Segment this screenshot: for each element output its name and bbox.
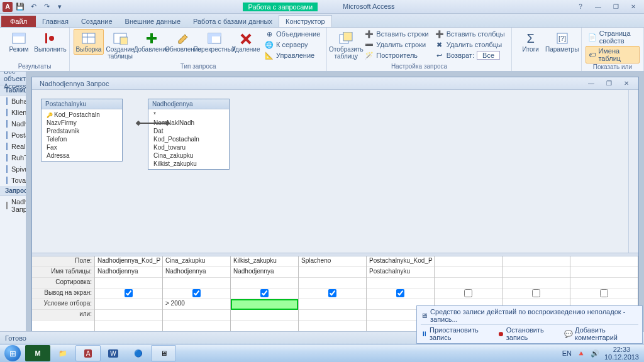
run-button[interactable]: Выполнить [35, 29, 65, 55]
relationship-line[interactable] [138, 123, 168, 124]
propsheet-button[interactable]: 📄Страница свойств [586, 29, 640, 45]
tab-external[interactable]: Внешние данные [119, 16, 187, 27]
show-checkbox[interactable] [260, 289, 269, 297]
rgroup-querytype: Выборка Создание таблицы Добавление Обно… [70, 28, 327, 71]
tray-sound-icon[interactable]: 🔊 [591, 349, 599, 358]
tray-clock[interactable]: 22:3310.12.2013 [604, 346, 639, 361]
grid-column[interactable]: Splacheno [299, 256, 367, 338]
show-checkbox[interactable] [464, 289, 472, 297]
maximize-button[interactable]: ❐ [608, 2, 624, 12]
view-button[interactable]: Режим [4, 29, 34, 55]
nav-table-item[interactable]: RuhTovary [0, 152, 26, 163]
insert-rows-button[interactable]: ➕Вставить строки [362, 29, 431, 39]
psr-comment[interactable]: 💬Добавить комментарий [564, 326, 638, 341]
totals-button[interactable]: ΣИтоги [516, 29, 546, 55]
tab-create[interactable]: Создание [75, 16, 119, 27]
table-nadhodjennya[interactable]: Nadhodjennya *NomNaklNadhDatKod_Postacha… [148, 99, 230, 170]
app-icon: A [3, 2, 13, 12]
delete-cols-button[interactable]: ✖Удалить столбцы [433, 40, 508, 50]
show-checkbox[interactable] [125, 289, 133, 297]
tb-chrome[interactable]: 🔵 [126, 345, 151, 361]
delete-query-button[interactable]: Удаление [231, 29, 261, 55]
subwin-close[interactable]: ✕ [618, 79, 635, 89]
tab-home[interactable]: Главная [36, 16, 75, 27]
show-checkbox[interactable] [532, 289, 540, 297]
taskbar: ⊞ M 📁 A W 🔵 🖥 EN 🔺 🔊 22:3310.12.2013 [0, 344, 644, 362]
diagram-scrollbar[interactable] [628, 90, 638, 253]
nav-header[interactable]: Все объекты Access⊙ « [0, 72, 26, 85]
nav-table-item[interactable]: Klienty [0, 107, 26, 118]
nav-table-item[interactable]: Postachalnyku [0, 129, 26, 141]
subwin-minimize[interactable]: — [583, 79, 599, 89]
help-icon[interactable]: ? [572, 2, 589, 12]
show-table-button[interactable]: Отобразить таблицу [331, 29, 361, 62]
append-button[interactable]: Добавление [136, 29, 167, 55]
nav-table-item[interactable]: Tovary [0, 175, 26, 186]
file-tab[interactable]: Файл [1, 16, 36, 27]
builder-button[interactable]: 🪄Построитель [362, 50, 431, 60]
grid-column[interactable]: Kilkist_zakupkuNadhodjennya [231, 256, 299, 338]
grid-column[interactable]: Cina_zakupkuNadhodjennya> 2000 [163, 256, 231, 338]
nav-table-item[interactable]: Spivrobitnuku [0, 163, 26, 175]
return-dropdown[interactable]: ↩Возврат: Все [433, 50, 508, 60]
nav-table-item[interactable]: Realizaciya [0, 141, 26, 152]
show-checkbox[interactable] [192, 289, 201, 297]
psr-pause[interactable]: ⏸Приостановить запись [421, 326, 491, 341]
close-button[interactable]: ✕ [625, 2, 641, 12]
svg-rect-13 [343, 32, 352, 41]
tab-design[interactable]: Конструктор [279, 15, 332, 27]
rgroup-querysetup: Отобразить таблицу ➕Вставить строки ➖Уда… [327, 28, 511, 71]
params-button[interactable]: [?]Параметры [547, 29, 577, 55]
ribbon-tabs: Файл Главная Создание Внешние данные Раб… [0, 14, 644, 28]
table-postachalnyku[interactable]: Postachalnyku Kod_PostachalnNazvFirmyPre… [41, 99, 123, 162]
union-button[interactable]: ⊕Объединение [262, 29, 323, 39]
make-table-button[interactable]: Создание таблицы [105, 29, 135, 62]
tray-flag[interactable]: 🔺 [577, 349, 586, 358]
table-names-button[interactable]: 🏷Имена таблиц [586, 46, 640, 63]
qat-save[interactable]: 💾 [14, 1, 26, 13]
select-query-button[interactable]: Выборка [74, 29, 104, 55]
psr-title-text: Средство записи действий по воспроизведе… [430, 308, 638, 323]
show-checkbox[interactable] [328, 289, 336, 297]
rgroup-results-label: Результаты [4, 63, 65, 70]
tray-lang[interactable]: EN [562, 349, 572, 357]
tb-app1[interactable]: M [25, 345, 50, 361]
passthrough-button[interactable]: 🌐К серверу [262, 40, 323, 50]
tb-word[interactable]: W [101, 345, 126, 361]
table-icon [6, 154, 8, 162]
delete-rows-button[interactable]: ➖Удалить строки [362, 40, 431, 50]
svg-rect-2 [45, 33, 47, 43]
show-checkbox[interactable] [600, 289, 608, 297]
nav-section-queries[interactable]: Запросы [0, 186, 26, 196]
psr-recorder: 🖥Средство записи действий по воспроизвед… [416, 305, 643, 344]
rgroup-querytype-label: Тип запроса [74, 63, 323, 70]
crosstab-button[interactable]: Перекрестный [199, 29, 230, 55]
subwin-titlebar: Nadhodjennya Запрос — ❐ ✕ [32, 77, 638, 90]
datadef-button[interactable]: 📐Управление [262, 50, 323, 60]
nav-table-item[interactable]: Nadhodjennya [0, 118, 26, 129]
grid-column[interactable]: Nadhodjennya_Kod_PNadhodjennya [95, 256, 163, 338]
tab-database[interactable]: Работа с базами данных [187, 16, 279, 27]
table-header: Nadhodjennya [148, 99, 229, 109]
table-icon [6, 120, 8, 128]
subwin-title-text: Nadhodjennya Запрос [40, 80, 109, 87]
table-diagram[interactable]: Postachalnyku Kod_PostachalnNazvFirmyPre… [32, 90, 638, 253]
qat-dropdown[interactable]: ▾ [54, 1, 65, 13]
show-checkbox[interactable] [396, 289, 404, 297]
psr-stop[interactable]: ⏺Остановить запись [497, 326, 558, 341]
svg-point-3 [49, 36, 54, 41]
qat-redo[interactable]: ↷ [41, 1, 52, 13]
tb-explorer[interactable]: 📁 [50, 345, 75, 361]
nav-query-item[interactable]: Nadhodjennya Запрос [0, 196, 26, 215]
tb-access[interactable]: A [75, 345, 101, 361]
svg-rect-11 [208, 33, 221, 36]
tb-psr[interactable]: 🖥 [151, 345, 176, 361]
table-icon [6, 165, 8, 173]
nav-table-item[interactable]: Buhalteriya [0, 96, 26, 107]
subwin-maximize[interactable]: ❐ [601, 79, 617, 89]
minimize-button[interactable]: — [590, 2, 606, 12]
rgroup-results: Режим Выполнить Результаты [0, 28, 70, 71]
insert-cols-button[interactable]: ➕Вставить столбцы [433, 29, 508, 39]
qat-undo[interactable]: ↶ [28, 1, 39, 13]
start-button[interactable]: ⊞ [0, 344, 25, 363]
